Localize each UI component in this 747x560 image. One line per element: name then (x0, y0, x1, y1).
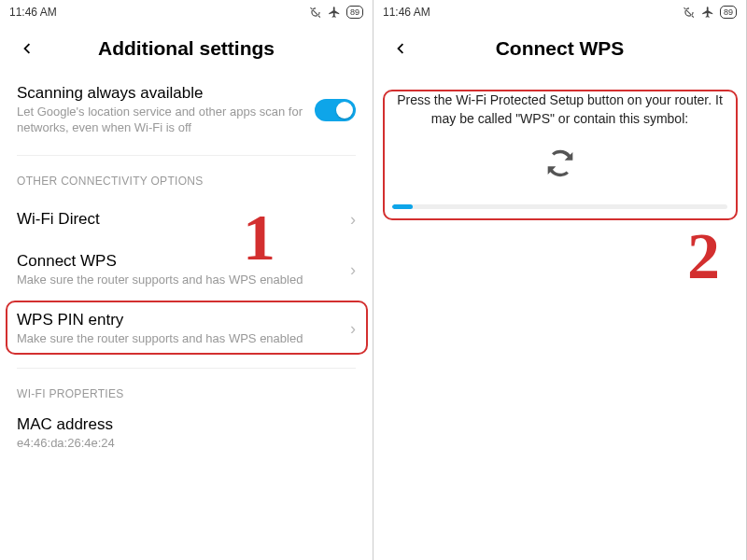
wps-sync-icon (542, 145, 579, 182)
chevron-right-icon: › (350, 319, 356, 339)
wifi-direct-row[interactable]: Wi-Fi Direct › (0, 197, 373, 243)
chevron-left-icon (389, 38, 410, 59)
mac-address-row: MAC address e4:46:da:26:4e:24 (0, 410, 373, 452)
wifi-direct-label: Wi-Fi Direct (17, 210, 341, 229)
section-wifi-properties: WI-FI PROPERTIES (0, 369, 373, 410)
scanning-toggle[interactable] (315, 99, 356, 121)
section-other-connectivity: OTHER CONNECTIVITY OPTIONS (0, 156, 373, 197)
screen-connect-wps: 11:46 AM 89 Connect WPS Press the Wi-Fi … (374, 0, 747, 560)
battery-indicator: 89 (720, 6, 737, 19)
wps-instruction-text: Press the Wi-Fi Protected Setup button o… (392, 91, 727, 128)
wps-pin-label: WPS PIN entry (17, 311, 341, 329)
mac-address-label: MAC address (17, 415, 346, 434)
chevron-right-icon: › (350, 260, 356, 280)
header: Connect WPS (374, 24, 746, 80)
scanning-subtitle: Let Google's location service and other … (17, 105, 303, 136)
airplane-mode-icon (328, 6, 341, 19)
connect-wps-label: Connect WPS (17, 252, 341, 271)
header: Additional settings (0, 24, 373, 80)
wps-progress-fill (392, 204, 413, 209)
status-time: 11:46 AM (9, 6, 57, 19)
connect-wps-sub: Make sure the router supports and has WP… (17, 273, 341, 288)
wps-pin-entry-row[interactable]: WPS PIN entry Make sure the router suppo… (0, 298, 373, 360)
mac-address-value: e4:46:da:26:4e:24 (17, 436, 346, 452)
chevron-right-icon: › (350, 210, 356, 230)
battery-indicator: 89 (346, 6, 363, 19)
airplane-mode-icon (701, 6, 714, 19)
wps-instruction-card: Press the Wi-Fi Protected Setup button o… (374, 80, 746, 220)
screen-additional-settings: 11:46 AM 89 Additional settings Scanning… (0, 0, 374, 560)
scanning-title: Scanning always available (17, 84, 303, 103)
chevron-left-icon (16, 38, 36, 59)
page-title: Connect WPS (418, 37, 701, 60)
status-bar: 11:46 AM 89 (0, 0, 373, 24)
annotation-step-2: 2 (687, 219, 720, 294)
alarm-off-icon (683, 6, 696, 19)
wps-pin-sub: Make sure the router supports and has WP… (17, 331, 341, 347)
status-bar: 11:46 AM 89 (374, 0, 746, 24)
scanning-always-available-row[interactable]: Scanning always available Let Google's l… (0, 80, 373, 155)
back-button[interactable] (15, 37, 37, 60)
wps-progress-bar (392, 204, 727, 209)
back-button[interactable] (388, 37, 411, 60)
connect-wps-row[interactable]: Connect WPS Make sure the router support… (0, 243, 373, 298)
status-time: 11:46 AM (383, 6, 430, 19)
page-title: Additional settings (45, 37, 328, 60)
alarm-off-icon (309, 6, 322, 19)
